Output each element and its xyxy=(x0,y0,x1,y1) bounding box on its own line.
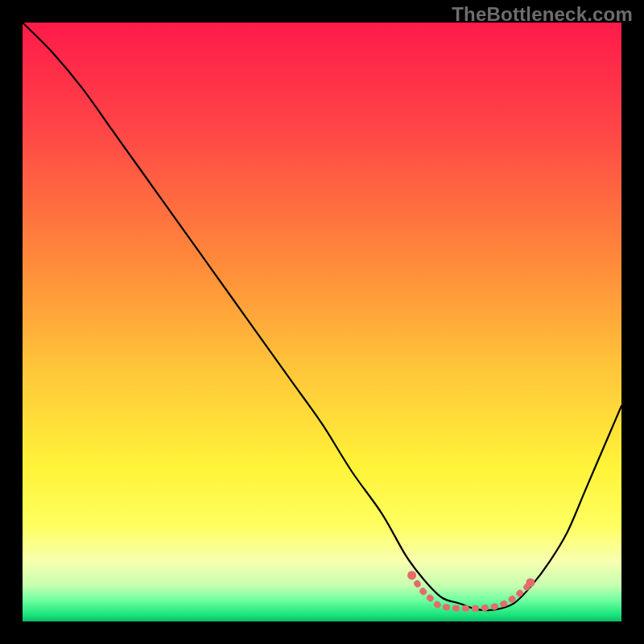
plot-area xyxy=(23,23,621,621)
highlight-endpoint xyxy=(407,571,416,580)
gradient-background xyxy=(23,23,621,621)
chart-container: TheBottleneck.com xyxy=(0,0,644,644)
chart-svg xyxy=(23,23,621,621)
highlight-endpoint xyxy=(526,578,535,587)
